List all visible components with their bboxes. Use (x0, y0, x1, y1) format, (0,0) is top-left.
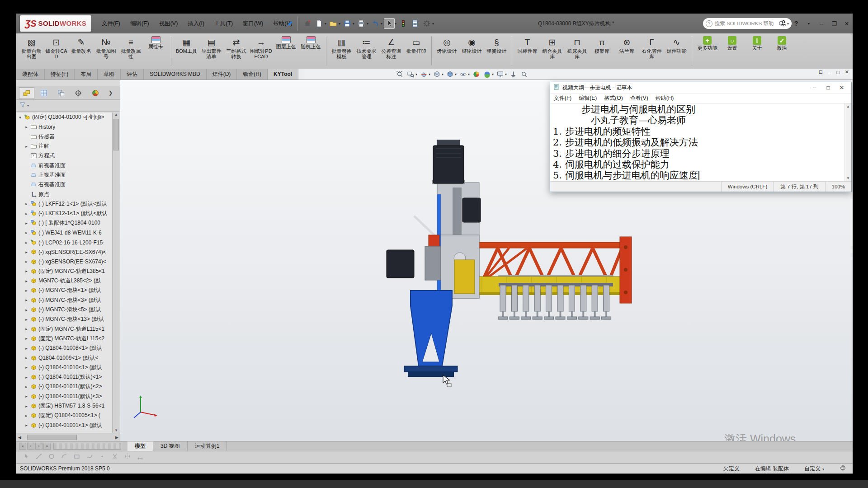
tree-row[interactable]: 原点 (16, 189, 112, 199)
tab-KYTool[interactable]: KYTool (268, 69, 298, 80)
tree-horizontal-scrollbar[interactable]: ◀▶ (16, 433, 120, 441)
tech-requirement-manager-button[interactable]: ≔技术要求管理 (354, 36, 379, 59)
mold-frame-lib-button[interactable]: π模架库 (590, 36, 614, 59)
nav-last-icon[interactable]: » (43, 443, 51, 450)
spring-design-button[interactable]: §弹簧设计 (484, 36, 509, 59)
tree-row[interactable]: ▸(-) Q1804-01010<1> (默认 (16, 363, 112, 372)
layer-coloring-button[interactable]: 图层上色 (274, 36, 298, 59)
tab-scroll-region[interactable] (53, 443, 121, 450)
doc-minimize-button[interactable]: – (828, 70, 831, 75)
tree-expand-arrow[interactable]: ▸ (24, 221, 29, 225)
section-view-icon[interactable] (419, 70, 429, 79)
apply-scene[interactable]: ▾ (482, 70, 494, 79)
tree-expand-arrow[interactable]: ▸ (24, 385, 29, 389)
tree-row[interactable]: ▸(固定) MGN7C-轨道L115<1 (16, 324, 112, 334)
print-icon[interactable] (356, 18, 367, 29)
tab-SOLIDWORKS MBD[interactable]: SOLIDWORKS MBD (144, 69, 206, 80)
search-input[interactable]: 搜索 SOLIDWORKS 帮助 (715, 20, 776, 27)
tree-expand-arrow[interactable]: ▸ (24, 144, 29, 149)
tree-expand-arrow[interactable]: ▸ (24, 240, 29, 245)
tab-特征(F)[interactable]: 特征(F) (45, 69, 75, 80)
tree-row[interactable]: ▸(-) LKFF12-1<1> (默认<默认 (16, 199, 112, 209)
tree-expand-arrow[interactable]: ▸ (24, 230, 29, 235)
tree-row[interactable]: ▸MGN7C-轨道L385<2> (默 (16, 276, 112, 286)
sketch-trim-icon[interactable] (111, 453, 118, 462)
random-coloring-button[interactable]: 随机上色 (298, 36, 323, 59)
bottom-tab-模型[interactable]: 模型 (127, 441, 153, 451)
notepad-body[interactable]: 步进电机与伺服电机的区别 小丸子教育—心易老师 1. 步进电机的频矩特性 2. … (550, 103, 851, 181)
tree-row[interactable]: ▸(-) Q1804-01011(默认)<1> (16, 372, 112, 382)
view-settings-icon[interactable] (495, 70, 505, 79)
hide-show-items-caret[interactable]: ▾ (468, 72, 470, 76)
sketch-arc-icon[interactable] (61, 453, 68, 462)
tree-expand-arrow[interactable]: ▸ (24, 346, 29, 351)
panel-tab-dimxpert-manager[interactable] (71, 87, 86, 99)
tree-row[interactable]: ▸(-) xgSENSOR(EE-SX674)< (16, 247, 112, 257)
sprocket-design-button[interactable]: ◉链轮设计 (459, 36, 484, 59)
scroll-left-arrow[interactable]: ◀ (18, 435, 21, 440)
tree-expand-arrow[interactable]: ▸ (24, 356, 29, 360)
sketch-circle-icon[interactable] (48, 453, 55, 462)
scroll-right-arrow[interactable]: ▶ (115, 435, 118, 440)
tree-expand-arrow[interactable]: ▸ (24, 308, 29, 312)
tree-expand-arrow[interactable]: ▸ (24, 336, 29, 341)
tab-布局[interactable]: 布局 (75, 69, 98, 80)
tree-row[interactable]: ▸(-) Q1804-01001<1> (默认 (16, 421, 112, 430)
rebuild-traffic-light-icon[interactable] (398, 18, 409, 29)
options-gear-caret[interactable]: ▾ (432, 22, 434, 26)
sketch-dim-icon[interactable] (137, 453, 144, 462)
tree-expand-arrow[interactable]: ▸ (24, 423, 29, 427)
options-gear-icon[interactable] (421, 18, 432, 29)
status-customize-caret[interactable]: ▾ (822, 467, 824, 471)
tree-row[interactable]: ▸(固定) MGN7C-轨道L385<1 (16, 267, 112, 276)
select-cursor-icon[interactable] (384, 18, 395, 29)
bottom-tab-3D 视图[interactable]: 3D 视图 (153, 441, 188, 451)
tab-草图[interactable]: 草图 (98, 69, 121, 80)
machine-fixture-lib-button[interactable]: ⊓机床夹具库 (565, 36, 590, 59)
tree-row[interactable]: ▸(-) MGN7C-滑块<5> (默认 (16, 305, 112, 314)
filter-funnel-icon[interactable] (19, 101, 26, 110)
sketch-select-icon[interactable] (23, 453, 30, 462)
tab-装配体[interactable]: 装配体 (16, 69, 45, 80)
zoom-to-fit-icon[interactable] (395, 70, 405, 79)
panel-tab-configuration-manager[interactable] (53, 87, 69, 99)
tree-row[interactable]: ▸(固定) MGN7C-轨道L115<2 (16, 334, 112, 343)
panel-expand-chevron-icon[interactable]: ❯ (108, 90, 113, 96)
edit-appearance[interactable] (472, 70, 481, 79)
tree-row[interactable]: 传感器 (16, 132, 112, 141)
undo-caret[interactable]: ▾ (381, 22, 382, 26)
file-properties-icon[interactable] (410, 18, 420, 29)
bottom-tab-运动算例1[interactable]: 运动算例1 (188, 441, 227, 451)
activate-button[interactable]: ✓激活 (769, 36, 794, 56)
sketch-mirror-icon[interactable] (124, 453, 131, 462)
print-caret[interactable]: ▾ (367, 22, 368, 26)
tab-评估[interactable]: 评估 (121, 69, 144, 80)
doc-cascade-button[interactable]: ⊡ (819, 69, 823, 75)
view-orientation-icon[interactable] (432, 70, 442, 79)
tree-row[interactable]: ▸(-) LKFK12-1<1> (默认<默认 (16, 209, 112, 218)
tree-row[interactable]: ▸(-) MGN7C-滑块<13> (默认 (16, 314, 112, 324)
gear-design-button[interactable]: ◎齿轮设计 (434, 36, 459, 59)
view-settings[interactable]: ▾ (495, 70, 507, 79)
tree-row[interactable]: 前视基准面 (16, 160, 112, 170)
view-orientation[interactable]: ▾ (432, 70, 444, 79)
tree-row[interactable]: ▸(-) MGN7C-滑块<3> (默认 (16, 296, 112, 305)
tree-row[interactable]: ▸(-) Q1804-01011(默认)<3> (16, 392, 112, 401)
drawing-to-pdfcad-button[interactable]: →图纸转PDFCAD (249, 36, 274, 59)
zoom-to-area-icon[interactable] (406, 70, 415, 79)
apply-scene-icon[interactable] (482, 70, 492, 79)
about-button[interactable]: i关于 (745, 36, 769, 56)
tab-钣金(H)[interactable]: 钣金(H) (237, 69, 268, 80)
notepad-menu-帮助(H)[interactable]: 帮助(H) (652, 94, 678, 102)
display-style-icon[interactable] (445, 70, 455, 79)
tree-expand-arrow[interactable]: ▸ (24, 413, 29, 418)
help-caret[interactable]: ▾ (805, 22, 813, 26)
tree-row[interactable]: ▾(固定) Q1804-01000 可变间距 (16, 113, 112, 122)
export-parts-list-button[interactable]: ▤导出部件清单 (199, 36, 224, 59)
zoom-to-fit[interactable] (395, 70, 405, 79)
panel-tab-display-manager[interactable] (88, 87, 103, 99)
tree-expand-arrow[interactable]: ▸ (24, 279, 29, 283)
open-caret[interactable]: ▾ (339, 22, 340, 26)
flange-lib-button[interactable]: ⊛法兰库 (614, 36, 639, 59)
tree-row[interactable]: ▸(-) LCP02-16-16-L200-F15- (16, 238, 112, 247)
